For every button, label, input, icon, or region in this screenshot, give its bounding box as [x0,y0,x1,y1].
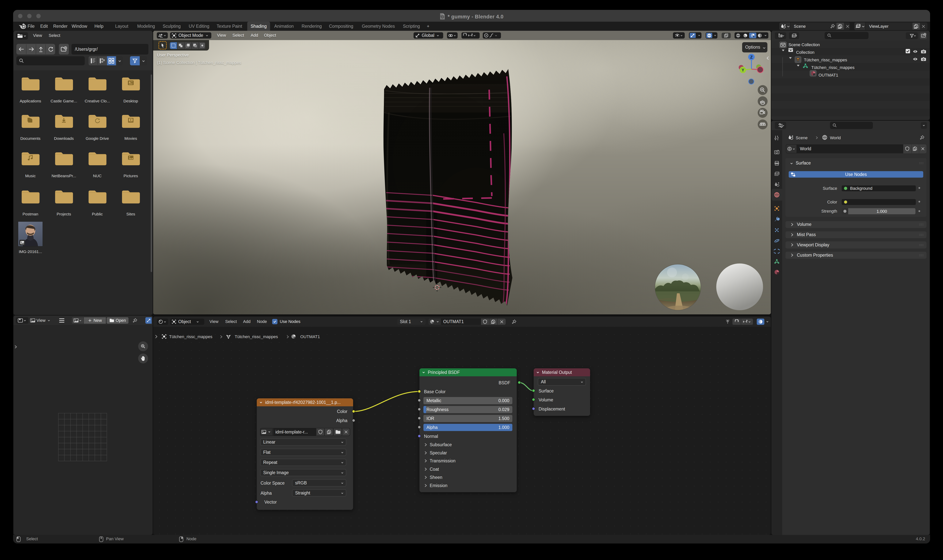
svg-text:Z: Z [750,55,753,60]
svg-text:Y: Y [741,68,744,72]
